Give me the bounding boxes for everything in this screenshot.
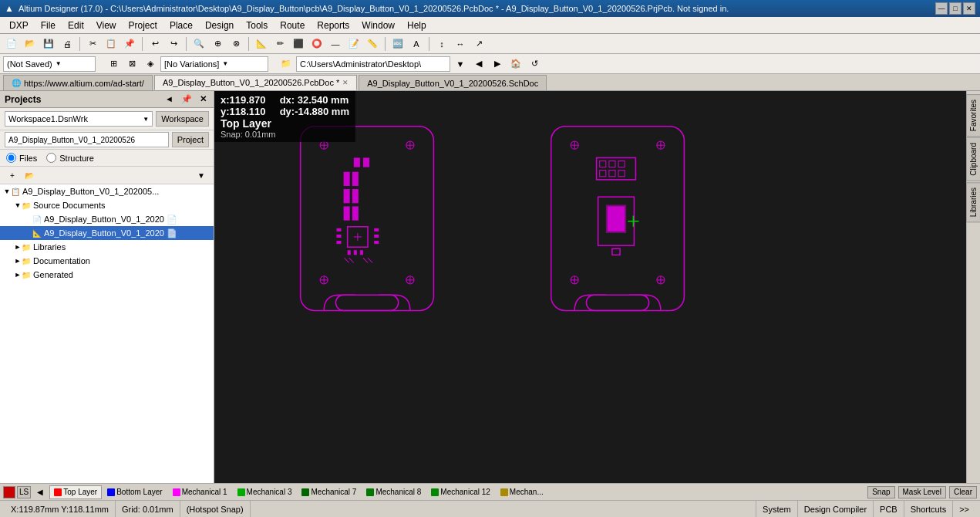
variation-btn3[interactable]: ◈ xyxy=(142,56,159,73)
toolbar-btn[interactable]: 🖨 xyxy=(59,35,76,52)
panel-open-btn[interactable]: 📂 xyxy=(22,168,37,182)
mask-level-button[interactable]: Mask Level xyxy=(898,486,947,498)
workspace-button[interactable]: Workspace xyxy=(156,111,209,127)
layer-item-mech7[interactable]: Mechanical 7 xyxy=(297,485,361,499)
toolbar-btn[interactable]: 📋 xyxy=(103,35,120,52)
variations-dropdown[interactable]: [No Variations] ▼ xyxy=(160,56,268,72)
toolbar-btn[interactable]: ⊗ xyxy=(227,35,244,52)
tab-schdoc[interactable]: A9_Display_Button_V0_1_20200526.SchDoc xyxy=(359,75,547,90)
path-arrow-btn[interactable]: ▼ xyxy=(452,56,469,73)
panel-pin-btn[interactable]: 📌 xyxy=(179,93,194,105)
toolbar-btn[interactable]: 🔍 xyxy=(190,35,207,52)
toolbar-btn[interactable]: 💾 xyxy=(40,35,57,52)
menu-item-route[interactable]: Route xyxy=(274,19,311,32)
snap-button[interactable]: Snap xyxy=(867,486,894,498)
tab-pcbdoc[interactable]: A9_Display_Button_V0_1_20200526.PcbDoc *… xyxy=(154,75,357,90)
path-back-btn[interactable]: ◀ xyxy=(470,56,487,73)
project-button[interactable]: Project xyxy=(172,132,209,147)
menu-item-edit[interactable]: Edit xyxy=(62,19,90,32)
toolbar-btn[interactable]: 📏 xyxy=(364,35,381,52)
panel-collapse-btn[interactable]: ◄ xyxy=(163,93,176,105)
more-btn[interactable]: >> xyxy=(952,501,975,518)
layer-item-mech12[interactable]: Mechanical 12 xyxy=(426,485,494,499)
tab-start[interactable]: 🌐https://www.altium.com/ad-start/ xyxy=(3,75,153,90)
toolbar-btn[interactable]: ✏ xyxy=(271,35,288,52)
layer-prev-btn[interactable]: ◀ xyxy=(35,488,45,496)
layer-item-bottom[interactable]: Bottom Layer xyxy=(103,485,167,499)
menu-item-view[interactable]: View xyxy=(90,19,123,32)
menu-item-window[interactable]: Window xyxy=(355,19,401,32)
menu-item-help[interactable]: Help xyxy=(401,19,433,32)
menu-item-project[interactable]: Project xyxy=(123,19,163,32)
toolbar-btn[interactable]: ↪ xyxy=(165,35,182,52)
tree-expand-icon[interactable]: ▼ xyxy=(3,188,11,195)
close-button[interactable]: ✕ xyxy=(963,2,975,15)
save-state-dropdown[interactable]: (Not Saved) ▼ xyxy=(3,56,96,72)
menu-item-dxp[interactable]: DXP xyxy=(3,19,35,32)
menu-item-design[interactable]: Design xyxy=(199,19,240,32)
radio-structure[interactable]: Structure xyxy=(46,153,94,163)
tree-item[interactable]: 📐A9_Display_Button_V0_1_2020📄 xyxy=(0,226,214,240)
tab-close-icon[interactable]: ✕ xyxy=(342,79,349,86)
tree-item[interactable]: ▼📋A9_Display_Button_V0_1_202005... xyxy=(0,184,214,198)
panel-add-btn[interactable]: + xyxy=(5,168,20,182)
toolbar-btn[interactable]: ↕ xyxy=(433,35,450,52)
pcb-canvas-area[interactable]: x:119.870 dx: 32.540 mm y:118.110 dy:-14… xyxy=(214,91,966,483)
toolbar-btn[interactable]: ↩ xyxy=(146,35,163,52)
toolbar-btn[interactable]: ⭕ xyxy=(308,35,325,52)
maximize-button[interactable]: □ xyxy=(949,2,961,15)
layer-item-mech8[interactable]: Mechanical 8 xyxy=(362,485,426,499)
sidebar-tab-libraries[interactable]: Libraries xyxy=(966,182,980,222)
tree-item[interactable]: ▼📁Source Documents xyxy=(0,198,214,212)
shortcuts-btn[interactable]: Shortcuts xyxy=(904,501,952,518)
toolbar-btn[interactable]: ✂ xyxy=(84,35,101,52)
tree-expand-icon[interactable]: ▼ xyxy=(14,201,22,209)
pcb-btn[interactable]: PCB xyxy=(873,501,904,518)
variation-btn2[interactable]: ⊠ xyxy=(123,56,140,73)
minimize-button[interactable]: — xyxy=(935,2,948,15)
path-home-btn[interactable]: 🏠 xyxy=(507,56,524,73)
variation-btn1[interactable]: ⊞ xyxy=(105,56,122,73)
menu-item-place[interactable]: Place xyxy=(163,19,199,32)
workspace-dropdown[interactable]: Workspace1.DsnWrk ▼ xyxy=(5,111,153,127)
toolbar-btn[interactable]: 📄 xyxy=(3,35,20,52)
toolbar-btn[interactable]: — xyxy=(327,35,344,52)
menu-item-tools[interactable]: Tools xyxy=(240,19,274,32)
tree-item[interactable]: 📄A9_Display_Button_V0_1_2020📄 xyxy=(0,212,214,226)
radio-structure-input[interactable] xyxy=(46,153,56,163)
panel-close-btn[interactable]: ✕ xyxy=(197,93,209,105)
tree-item[interactable]: ►📁Libraries xyxy=(0,240,214,254)
toolbar-btn[interactable]: ↔ xyxy=(452,35,469,52)
toolbar-btn[interactable]: 📌 xyxy=(121,35,138,52)
system-btn[interactable]: System xyxy=(756,501,797,518)
toolbar-btn[interactable]: ↗ xyxy=(470,35,487,52)
layer-item-mech1[interactable]: Mechanical 1 xyxy=(168,485,232,499)
menu-item-file[interactable]: File xyxy=(35,19,62,32)
panel-more-btn[interactable]: ▼ xyxy=(194,168,209,182)
toolbar-btn[interactable]: ⬛ xyxy=(290,35,307,52)
tree-item[interactable]: ►📁Generated xyxy=(0,268,214,282)
toolbar-btn[interactable]: 📐 xyxy=(253,35,270,52)
path-fwd-btn[interactable]: ▶ xyxy=(489,56,506,73)
tree-expand-icon[interactable]: ► xyxy=(14,257,22,265)
toolbar-btn[interactable]: 🔤 xyxy=(389,35,406,52)
tree-expand-icon[interactable]: ► xyxy=(14,271,22,279)
clear-button[interactable]: Clear xyxy=(949,486,977,498)
radio-files[interactable]: Files xyxy=(6,153,37,163)
layer-item-mechan[interactable]: Mechan... xyxy=(496,485,548,499)
layer-item-top[interactable]: Top Layer xyxy=(49,485,102,499)
toolbar-btn[interactable]: ⊕ xyxy=(209,35,226,52)
menu-item-reports[interactable]: Reports xyxy=(311,19,355,32)
tree-expand-icon[interactable]: ► xyxy=(14,243,22,251)
toolbar-btn[interactable]: 📂 xyxy=(22,35,39,52)
radio-files-input[interactable] xyxy=(6,153,16,163)
toolbar-btn[interactable]: A xyxy=(408,35,425,52)
tree-item[interactable]: ►📁Documentation xyxy=(0,254,214,268)
design-compiler-btn[interactable]: Design Compiler xyxy=(797,501,873,518)
sidebar-tab-clipboard[interactable]: Clipboard xyxy=(966,137,980,181)
sidebar-tab-favorites[interactable]: Favorites xyxy=(966,94,980,137)
path-refresh-btn[interactable]: ↺ xyxy=(526,56,543,73)
layer-ls-btn[interactable]: LS xyxy=(17,486,31,498)
toolbar-btn[interactable]: 📝 xyxy=(345,35,362,52)
layer-item-mech3[interactable]: Mechanical 3 xyxy=(233,485,297,499)
